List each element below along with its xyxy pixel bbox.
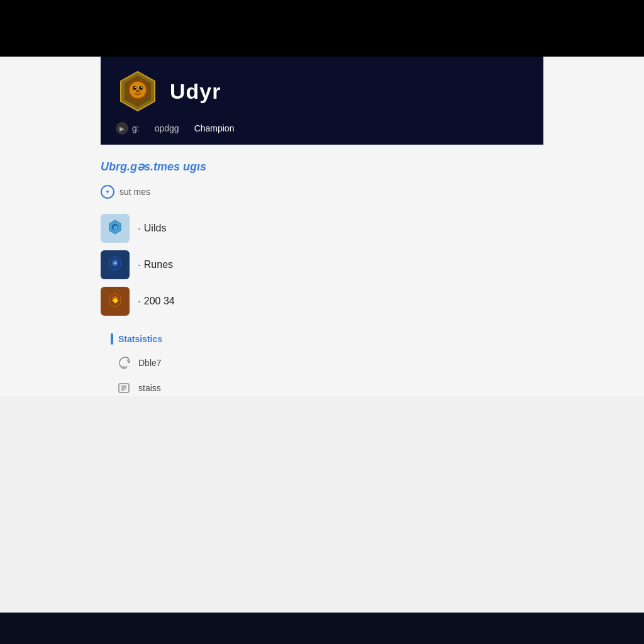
section-area: Ubrg.gəs.tmes ugıs sut mes ⚙ • Uilds (101, 145, 543, 396)
champion-icon (116, 69, 160, 113)
stats-section: Statsistics Dble7 (111, 333, 543, 396)
stats200-label: • 200 34 (138, 296, 175, 307)
staiss-icon (116, 380, 132, 396)
svg-text:✦: ✦ (113, 260, 118, 267)
stats-item-staiss[interactable]: staiss (116, 380, 543, 396)
nav-item-gameplay[interactable]: ▶ g: (116, 122, 140, 135)
filter-label: sut mes (119, 187, 150, 197)
dble-label: Dble7 (138, 358, 162, 368)
section-title: Ubrg.gəs.tmes ugıs (101, 160, 543, 174)
runes-label: • Runes (138, 259, 173, 270)
build-item-stats[interactable]: ◆ • 200 34 (101, 284, 543, 318)
stats-items: Dble7 staiss (116, 355, 543, 396)
build-item-runes[interactable]: ✦ • Runes (101, 248, 543, 282)
champion-name: Udyr (170, 79, 221, 104)
nav-label-champion: Champion (194, 123, 235, 133)
stats-header: Statsistics (111, 333, 543, 345)
builds-label: • Uilds (138, 223, 166, 234)
builds-icon: ⚙ (101, 214, 130, 243)
svg-text:◆: ◆ (113, 296, 119, 304)
svg-point-5 (133, 86, 136, 90)
dble-icon (116, 355, 132, 371)
stats-bar-indicator (111, 333, 113, 345)
runes-icon: ✦ (101, 250, 130, 279)
nav-item-opdgg[interactable]: opdgg (155, 123, 179, 133)
stats-item-dble[interactable]: Dble7 (116, 355, 543, 371)
champion-title-row: Udyr (116, 69, 528, 113)
filter-icon (101, 185, 114, 199)
svg-point-8 (141, 87, 142, 88)
play-icon: ▶ (116, 122, 128, 135)
bottom-bar (0, 613, 644, 644)
svg-text:⚙: ⚙ (113, 225, 118, 231)
top-bar (0, 0, 644, 57)
svg-point-9 (136, 90, 140, 92)
champion-header: Udyr ▶ g: opdgg Champion (101, 57, 543, 145)
champion-nav-row: ▶ g: opdgg Champion (116, 122, 528, 135)
stats-title: Statsistics (118, 334, 162, 344)
main-content: Udyr ▶ g: opdgg Champion Ubrg.gəs.tmes u… (0, 57, 644, 396)
stats-icon: ◆ (101, 287, 130, 316)
svg-point-7 (135, 87, 136, 88)
svg-point-6 (139, 86, 143, 90)
build-item-builds[interactable]: ⚙ • Uilds (101, 211, 543, 245)
nav-item-champion[interactable]: Champion (194, 123, 235, 133)
staiss-label: staiss (138, 383, 161, 393)
nav-label-opdgg: opdgg (155, 123, 179, 133)
filter-row[interactable]: sut mes (101, 185, 543, 199)
build-list: ⚙ • Uilds ✦ • (101, 211, 543, 318)
nav-label-gameplay: g: (132, 123, 140, 133)
